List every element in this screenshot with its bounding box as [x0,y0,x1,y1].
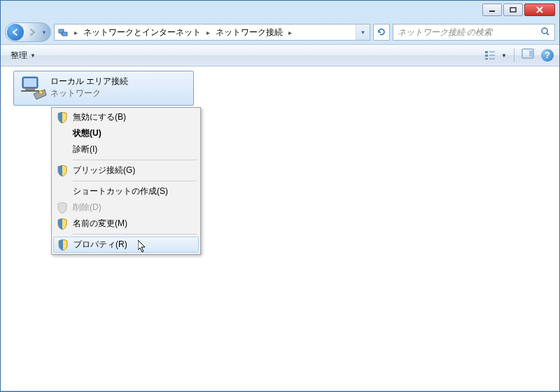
nav-bar: ▼ ▸ ネットワークとインターネット ▸ ネットワーク接続 ▸ ▼ [1,20,559,44]
svg-rect-1 [510,8,516,12]
breadcrumb-seg-1[interactable]: ネットワークとインターネット [80,27,204,38]
svg-line-7 [547,33,549,35]
explorer-window: ▼ ▸ ネットワークとインターネット ▸ ネットワーク接続 ▸ ▼ [0,0,560,392]
menu-label: 診断(I) [73,144,97,155]
svg-point-6 [542,28,547,34]
menu-item-status[interactable]: 状態(U) [53,125,199,141]
minimize-button[interactable] [482,4,502,16]
menu-label: 状態(U) [73,127,102,139]
menu-item-create-shortcut[interactable]: ショートカットの作成(S) [53,183,199,200]
nav-history-dropdown[interactable]: ▼ [41,29,48,36]
search-input[interactable] [398,27,540,37]
menu-item-rename[interactable]: 名前の変更(M) [53,216,199,232]
shield-icon [53,200,71,216]
connection-subtitle: ネットワーク [50,88,128,99]
address-bar[interactable]: ▸ ネットワークとインターネット ▸ ネットワーク接続 ▸ ▼ [54,24,370,41]
svg-rect-10 [485,58,488,59]
svg-rect-19 [21,90,39,92]
preview-pane-icon [522,48,534,59]
menu-item-bridge[interactable]: ブリッジ接続(G) [53,162,199,178]
chevron-down-icon: ▼ [501,52,507,59]
svg-rect-18 [25,88,35,90]
svg-rect-15 [529,50,533,57]
svg-rect-20 [39,91,43,94]
nav-arrows: ▼ [5,22,51,42]
shield-icon [53,162,71,178]
view-icon [484,50,500,61]
shield-icon [53,109,71,125]
breadcrumb-seg-2[interactable]: ネットワーク接続 [213,27,286,38]
organize-label: 整理 [10,50,27,62]
address-dropdown[interactable]: ▼ [356,24,370,40]
close-button[interactable] [524,4,555,16]
menu-label: 削除(D) [73,202,102,214]
svg-rect-8 [485,51,488,53]
menu-label: ブリッジ接続(G) [73,164,135,176]
location-icon [56,25,70,39]
breadcrumb-arrow-icon[interactable]: ▸ [204,29,213,36]
context-menu: 無効にする(B) 状態(U) 診断(I) ブリッジ接続(G) ショートカットの作… [51,107,201,255]
svg-rect-9 [485,55,488,57]
command-bar: 整理 ▼ ▼ ? [1,44,559,66]
shield-icon [54,237,72,252]
divider [514,48,514,62]
forward-button[interactable] [24,24,41,41]
network-adapter-icon [18,74,48,102]
preview-pane-button[interactable] [522,48,534,62]
menu-item-diagnose[interactable]: 診断(I) [53,141,199,158]
menu-separator [73,181,197,181]
search-icon [540,27,550,38]
menu-item-delete: 削除(D) [53,200,199,216]
menu-item-disable[interactable]: 無効にする(B) [53,109,199,125]
content-area: ローカル エリア接続 ネットワーク 無効にする(B) 状態(U) 診断(I) [1,66,559,391]
menu-label: 名前の変更(M) [73,218,127,230]
chevron-down-icon: ▼ [30,52,36,59]
menu-separator [73,234,197,234]
connection-name: ローカル エリア接続 [50,76,128,88]
maximize-button[interactable] [503,4,523,16]
help-button[interactable]: ? [541,49,554,62]
menu-separator [73,160,197,160]
organize-button[interactable]: 整理 ▼ [6,48,40,63]
shield-icon [53,216,71,232]
refresh-button[interactable] [373,24,390,41]
menu-label: プロパティ(R) [74,239,127,251]
menu-item-properties[interactable]: プロパティ(R) [53,237,199,253]
menu-label: 無効にする(B) [73,111,126,123]
menu-label: ショートカットの作成(S) [73,186,168,197]
back-button[interactable] [7,24,24,41]
search-box[interactable] [393,24,555,41]
breadcrumb-arrow-icon[interactable]: ▸ [286,29,295,36]
view-options-button[interactable]: ▼ [484,50,507,61]
title-bar [1,1,559,20]
svg-rect-3 [62,32,67,36]
network-connection-item[interactable]: ローカル エリア接続 ネットワーク [13,71,194,106]
breadcrumb-arrow-icon[interactable]: ▸ [71,29,80,36]
svg-rect-17 [24,78,36,87]
